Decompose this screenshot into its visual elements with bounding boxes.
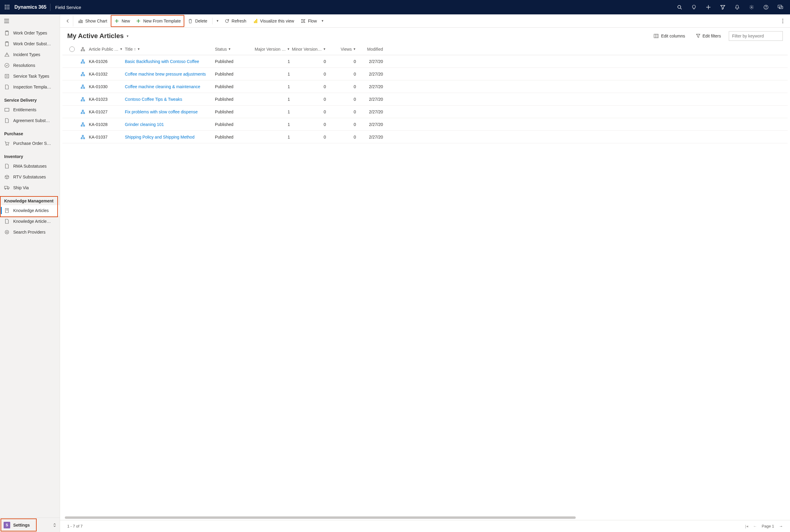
sidebar-item-service-task-types[interactable]: Service Task Types — [0, 71, 60, 81]
cmd-label: Refresh — [232, 19, 246, 23]
chat-icon[interactable] — [773, 0, 788, 14]
sidebar-item-purchase-order-substatuses[interactable]: Purchase Order S… — [0, 138, 60, 149]
flow-button[interactable]: Flow▼ — [298, 16, 327, 26]
prev-page-button[interactable]: ← — [753, 524, 757, 528]
cell-views: 0 — [326, 135, 356, 139]
svg-rect-2 — [8, 5, 9, 6]
cell-major-version: 1 — [254, 59, 290, 64]
sidebar-item-entitlements[interactable]: Entitlements — [0, 104, 60, 115]
sidebar-item-search-providers[interactable]: Search Providers — [0, 227, 60, 238]
column-label: Modified — [367, 47, 383, 52]
sidebar-item-work-order-types[interactable]: Work Order Types — [0, 27, 60, 38]
cell-title-link[interactable]: Coffee machine brew pressure adjustments — [125, 72, 206, 76]
table-row[interactable]: KA-01026Basic Backflushing with Contoso … — [62, 55, 788, 68]
hierarchy-icon[interactable] — [77, 135, 89, 139]
delete-dropdown[interactable]: ▼ — [214, 16, 221, 26]
brand-label[interactable]: Dynamics 365 — [12, 4, 50, 10]
new-button[interactable]: New — [111, 16, 133, 26]
chevron-down-icon: ▼ — [228, 48, 231, 51]
sidebar-item-rtv-substatuses[interactable]: RTV Substatuses — [0, 172, 60, 182]
cell-title-link[interactable]: Fix problems with slow coffee dispense — [125, 110, 198, 114]
cell-modified: 2/27/20 — [356, 84, 383, 89]
back-button[interactable] — [62, 16, 73, 26]
sidebar-item-resolutions[interactable]: Resolutions — [0, 60, 60, 71]
table-row[interactable]: KA-01027Fix problems with slow coffee di… — [62, 106, 788, 118]
help-icon[interactable] — [759, 0, 773, 14]
refresh-icon — [224, 19, 229, 23]
column-views[interactable]: Views▼ — [326, 47, 356, 52]
sidebar-item-label: Search Providers — [13, 230, 45, 234]
cell-title-link[interactable]: Contoso Coffee Tips & Tweaks — [125, 97, 182, 102]
column-status[interactable]: Status▼ — [215, 47, 254, 52]
cell-title-link[interactable]: Basic Backflushing with Contoso Coffee — [125, 59, 199, 64]
view-header: My Active Articles▼ Edit columns Edit fi… — [60, 27, 790, 43]
cell-minor-version: 0 — [290, 59, 326, 64]
cell-title-link[interactable]: Coffee machine cleaning & maintenance — [125, 84, 200, 89]
column-title[interactable]: Title↑▼ — [125, 47, 215, 52]
hamburger-icon[interactable] — [0, 14, 60, 27]
hierarchy-icon[interactable] — [77, 122, 89, 127]
column-article-number[interactable]: Article Public …▼ — [89, 47, 125, 52]
cell-status: Published — [215, 135, 254, 139]
cell-article-number: KA-01037 — [89, 135, 125, 139]
cell-status: Published — [215, 84, 254, 89]
visualize-button[interactable]: Visualize this view — [250, 16, 297, 26]
area-switcher[interactable]: S Settings — [0, 518, 60, 532]
table-row[interactable]: KA-01028Grinder cleaning 101Published100… — [62, 118, 788, 131]
hierarchy-icon[interactable] — [77, 84, 89, 89]
first-page-button[interactable]: |◂ — [745, 524, 748, 528]
svg-rect-80 — [84, 138, 85, 139]
svg-rect-1 — [6, 5, 7, 6]
app-launcher-icon[interactable] — [2, 2, 12, 12]
cell-title-link[interactable]: Grinder cleaning 101 — [125, 122, 164, 127]
cmd-label: Flow — [308, 19, 317, 23]
table-row[interactable]: KA-01023Contoso Coffee Tips & TweaksPubl… — [62, 93, 788, 106]
lightbulb-icon[interactable] — [687, 0, 701, 14]
edit-filters-button[interactable]: Edit filters — [693, 31, 724, 41]
search-icon[interactable] — [672, 0, 687, 14]
table-row[interactable]: KA-01030Coffee machine cleaning & mainte… — [62, 80, 788, 93]
edit-columns-button[interactable]: Edit columns — [651, 31, 688, 41]
select-all-checkbox[interactable] — [67, 46, 77, 52]
box-icon — [4, 174, 10, 179]
hierarchy-icon[interactable] — [77, 110, 89, 114]
bell-icon[interactable] — [730, 0, 745, 14]
sidebar-item-ship-via[interactable]: Ship Via — [0, 182, 60, 193]
sidebar-item-agreement-substatuses[interactable]: Agreement Subst… — [0, 115, 60, 126]
sidebar-item-inspection-templates[interactable]: Inspection Templa… — [0, 81, 60, 92]
table-row[interactable]: KA-01032Coffee machine brew pressure adj… — [62, 68, 788, 80]
new-from-template-button[interactable]: New From Template — [133, 16, 184, 26]
sidebar-item-work-order-substatuses[interactable]: Work Order Subst… — [0, 38, 60, 49]
cell-modified: 2/27/20 — [356, 122, 383, 127]
view-selector[interactable]: My Active Articles▼ — [67, 32, 129, 40]
svg-rect-67 — [81, 88, 82, 89]
horizontal-scrollbar[interactable] — [65, 516, 576, 519]
cell-title-link[interactable]: Shipping Policy and Shipping Method — [125, 135, 195, 139]
refresh-button[interactable]: Refresh — [221, 16, 250, 26]
show-chart-button[interactable]: Show Chart — [75, 16, 110, 26]
hierarchy-column[interactable] — [77, 47, 89, 51]
next-page-button[interactable]: → — [779, 524, 783, 528]
filter-keyword-input[interactable] — [729, 31, 783, 41]
gear-icon[interactable] — [745, 0, 759, 14]
sidebar-item-knowledge-articles[interactable]: Knowledge Articles — [0, 205, 60, 216]
hierarchy-icon[interactable] — [77, 72, 89, 76]
column-minor-version[interactable]: Minor Version…▼ — [290, 47, 326, 52]
sidebar-item-incident-types[interactable]: Incident Types — [0, 49, 60, 60]
filter-icon[interactable] — [716, 0, 730, 14]
cmd-label: Visualize this view — [260, 19, 294, 23]
column-modified[interactable]: Modified — [356, 47, 383, 52]
sidebar-item-label: Inspection Templa… — [13, 84, 51, 89]
topbar: Dynamics 365 Field Service — [0, 0, 790, 14]
table-row[interactable]: KA-01037Shipping Policy and Shipping Met… — [62, 131, 788, 143]
sidebar-item-rma-substatuses[interactable]: RMA Substatuses — [0, 161, 60, 172]
delete-button[interactable]: Delete — [185, 16, 210, 26]
hierarchy-icon[interactable] — [77, 97, 89, 101]
more-commands-button[interactable] — [778, 16, 788, 26]
sidebar-item-knowledge-article-templates[interactable]: Knowledge Article… — [0, 216, 60, 227]
hierarchy-icon[interactable] — [77, 59, 89, 63]
svg-rect-77 — [84, 125, 85, 126]
column-major-version[interactable]: Major Version …▼ — [254, 47, 290, 52]
add-icon[interactable] — [701, 0, 716, 14]
sidebar-item-label: Service Task Types — [13, 74, 49, 79]
